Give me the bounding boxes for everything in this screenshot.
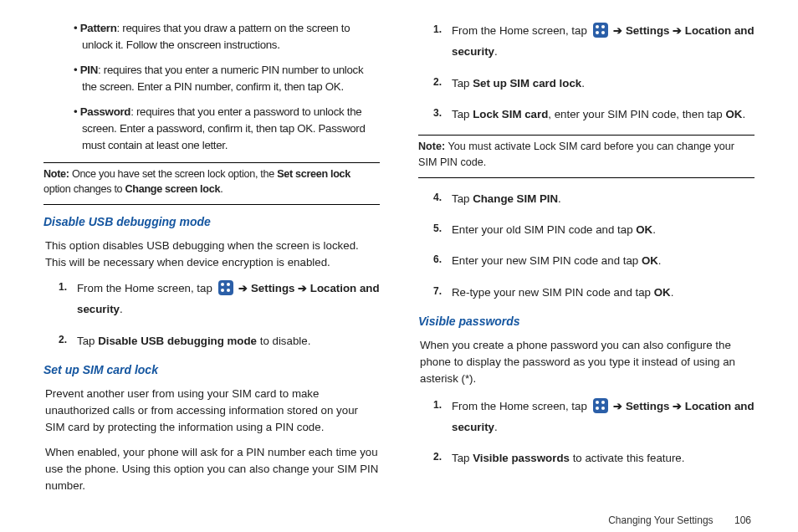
step-6: 6. Enter your new SIM PIN code and tap O… bbox=[433, 250, 755, 271]
svg-point-2 bbox=[221, 289, 224, 292]
divider bbox=[418, 177, 755, 178]
svg-point-8 bbox=[596, 401, 599, 404]
apps-icon bbox=[593, 23, 608, 38]
para-sim-lock-1: Prevent another user from using your SIM… bbox=[45, 386, 380, 436]
svg-point-1 bbox=[227, 283, 230, 286]
step-3: 3. Tap Lock SIM card, enter your SIM PIN… bbox=[433, 104, 755, 125]
svg-point-7 bbox=[601, 31, 605, 34]
page-number: 106 bbox=[734, 514, 751, 526]
svg-point-6 bbox=[596, 31, 599, 34]
right-column: 1. From the Home screen, tap ➔ Settings … bbox=[418, 20, 755, 503]
lock-options-list: Pattern: requires that you draw a patter… bbox=[43, 20, 380, 154]
step-7: 7. Re-type your new SIM PIN code and tap… bbox=[433, 282, 755, 303]
svg-point-5 bbox=[601, 25, 605, 28]
section-title: Changing Your Settings bbox=[608, 514, 713, 526]
divider bbox=[43, 204, 380, 205]
bullet-pin: PIN: requires that you enter a numeric P… bbox=[82, 62, 380, 95]
para-visible-passwords: When you create a phone password you can… bbox=[420, 337, 755, 387]
step-1: 1. From the Home screen, tap ➔ Settings … bbox=[433, 396, 755, 438]
left-column: Pattern: requires that you draw a patter… bbox=[43, 20, 380, 503]
apps-icon bbox=[218, 280, 233, 295]
step-4: 4. Tap Change SIM PIN. bbox=[433, 188, 755, 209]
svg-point-11 bbox=[601, 407, 605, 410]
steps-visible-passwords: 1. From the Home screen, tap ➔ Settings … bbox=[418, 396, 755, 469]
bullet-password: Password: requires that you enter a pass… bbox=[82, 104, 380, 154]
step-2: 2. Tap Disable USB debugging mode to dis… bbox=[59, 330, 380, 351]
svg-point-3 bbox=[227, 289, 230, 292]
divider bbox=[43, 162, 380, 163]
heading-disable-usb: Disable USB debugging mode bbox=[43, 213, 380, 231]
bullet-pattern: Pattern: requires that you draw a patter… bbox=[82, 20, 380, 54]
apps-icon bbox=[593, 398, 608, 413]
steps-disable-usb: 1. From the Home screen, tap ➔ Settings … bbox=[43, 278, 380, 351]
steps-change-pin: 4. Tap Change SIM PIN. 5. Enter your old… bbox=[418, 188, 755, 303]
svg-point-0 bbox=[221, 283, 224, 286]
step-2: 2. Tap Visible passwords to activate thi… bbox=[433, 448, 755, 468]
divider bbox=[418, 135, 755, 136]
step-1: 1. From the Home screen, tap ➔ Settings … bbox=[59, 278, 380, 320]
para-disable-usb: This option disables USB debugging when … bbox=[45, 238, 380, 271]
svg-point-10 bbox=[596, 407, 599, 410]
para-sim-lock-2: When enabled, your phone will ask for a … bbox=[45, 444, 380, 494]
note-screen-lock: Note: Once you have set the screen lock … bbox=[43, 166, 380, 198]
svg-point-4 bbox=[596, 25, 599, 28]
steps-sim-lock: 1. From the Home screen, tap ➔ Settings … bbox=[418, 20, 755, 125]
step-1: 1. From the Home screen, tap ➔ Settings … bbox=[433, 20, 755, 63]
heading-visible-passwords: Visible passwords bbox=[418, 313, 755, 330]
page-footer: Changing Your Settings 106 bbox=[43, 513, 755, 528]
svg-point-9 bbox=[601, 401, 605, 404]
step-5: 5. Enter your old SIM PIN code and tap O… bbox=[433, 219, 755, 240]
step-2: 2. Tap Set up SIM card lock. bbox=[433, 73, 755, 94]
heading-sim-lock: Set up SIM card lock bbox=[43, 361, 380, 379]
note-sim-pin: Note: You must activate Lock SIM card be… bbox=[418, 139, 755, 171]
